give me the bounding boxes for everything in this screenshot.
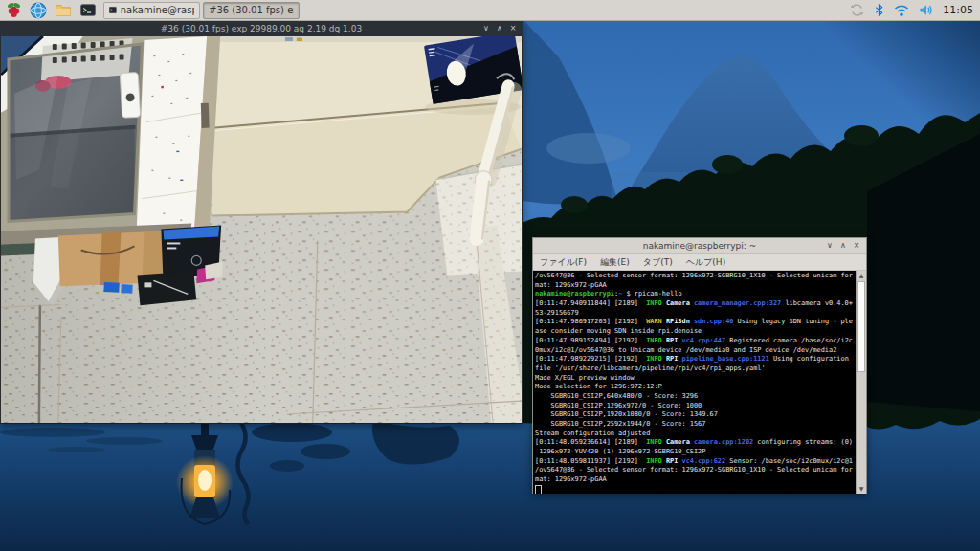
camera-window-titlebar[interactable]: #36 (30.01 fps) exp 29989.00 ag 2.19 dg … [0,21,523,36]
minimize-button[interactable]: ∨ [480,21,492,36]
terminal-body[interactable]: /ov5647@36 - Selected sensor format: 129… [533,271,866,494]
raspberry-icon [6,2,22,19]
menu-tabs[interactable]: タブ(T) [636,256,679,269]
terminal-titlebar[interactable]: nakamine@raspberrypi: ~ ∨ ∧ × [533,238,866,254]
camera-preview-window: #36 (30.01 fps) exp 29989.00 ag 2.19 dg … [0,21,523,424]
menu-button[interactable] [4,1,23,20]
terminal-line: [0:11:48.059811937] [2192] INFO RPI vc4.… [535,457,856,467]
browser-launcher[interactable] [29,1,48,20]
close-button[interactable]: × [507,21,519,36]
black-binder [137,271,196,305]
file-manager-launcher[interactable] [54,1,73,20]
terminal-line: [0:11:47.986917203] [2192] WARN RPiSdn s… [535,318,856,327]
menu-file[interactable]: ファイル(F) [533,256,593,269]
maximize-button[interactable]: ∧ [494,21,505,36]
volume-icon[interactable] [918,3,934,17]
terminal-window: nakamine@raspberrypi: ~ ∨ ∧ × ファイル(F) 編集… [532,237,867,494]
camera-window-title: #36 (30.01 fps) exp 29989.00 ag 2.19 dg … [0,24,523,33]
menu-edit[interactable]: 編集(E) [593,256,636,269]
minimize-button[interactable]: ∨ [824,238,835,253]
terminal-line: Stream configuration adjusted [535,430,856,439]
terminal-output[interactable]: /ov5647@36 - Selected sensor format: 129… [533,271,856,494]
taskbar: nakamine@raspberr... #36 (30.01 fps) exp… [0,0,980,21]
terminal-line [535,485,856,494]
terminal-line: 1296x972-YUV420 (1) 1296x972-SGBRG10_CSI… [535,448,856,457]
cabinet-latch [120,72,140,118]
terminal-line: file '/usr/share/libcamera/pipeline/rpi/… [535,364,856,374]
terminal-line: [0:11:47.989152494] [2192] INFO RPI vc4.… [535,337,856,346]
system-tray: 11:05 [850,3,976,17]
terminal-line: Made X/EGL preview window [535,374,856,384]
terminal-line: SGBRG10_CSI2P,1920x1080/0 - Score: 1349.… [535,410,856,420]
terminal-line: SGBRG10_CSI2P,1296x972/0 - Score: 1000 [535,402,856,411]
terminal-title: nakamine@raspberrypi: ~ [533,241,866,251]
terminal-line: mat: 1296x972-pGAA [535,281,856,291]
updates-icon[interactable] [850,3,864,17]
terminal-line: Mode selection for 1296:972:12:P [535,383,856,392]
camera-preview-image [0,36,523,424]
scrollbar-thumb[interactable] [858,281,865,372]
terminal-line: SGBRG10_CSI2P,640x480/0 - Score: 3296 [535,392,856,402]
terminal-line: 53-29156679 [535,309,856,319]
clock[interactable]: 11:05 [943,4,973,16]
folder-icon [55,2,72,18]
terminal-line: /ov5647@36 - Selected sensor format: 129… [535,466,856,475]
globe-icon [30,2,47,19]
terminal-scrollbar[interactable]: ▲ ▼ [856,271,866,494]
terminal-icon [79,2,97,18]
scroll-down-icon[interactable]: ▼ [857,484,866,494]
taskbar-window-label: nakamine@raspberr... [121,5,194,15]
terminal-line: 0mux/i2c@1/ov5647@36 to Unicam device /d… [535,346,856,356]
taskbar-window-label: #36 (30.01 fps) exp 29... [209,5,294,15]
cord-line [39,305,40,423]
taskbar-window-camera[interactable]: #36 (30.01 fps) exp 29... [203,2,300,19]
terminal-line: /ov5647@36 - Selected sensor format: 129… [535,272,856,281]
terminal-mini-icon [109,6,117,14]
blue-binder [103,282,119,293]
terminal-line: [0:11:47.940911844] [2189] INFO Camera c… [535,299,856,309]
terminal-menubar: ファイル(F) 編集(E) タブ(T) ヘルプ(H) [533,254,866,271]
bluetooth-icon[interactable] [873,3,885,17]
scroll-up-icon[interactable]: ▲ [857,271,866,280]
taskbar-window-terminal[interactable]: nakamine@raspberr... [103,2,200,19]
terminal-line: [0:11:48.059236614] [2189] INFO Camera c… [535,438,856,448]
terminal-line: nakamine@raspberrypi:~ $ rpicam-hello [535,290,856,299]
maximize-button[interactable]: ∧ [837,238,849,253]
close-button[interactable]: × [851,238,862,253]
menu-help[interactable]: ヘルプ(H) [679,256,732,269]
terminal-launcher[interactable] [78,1,98,20]
terminal-line: mat: 1296x972-pGAA [535,475,856,485]
glass-cabinet [1,36,220,255]
terminal-line: [0:11:47.989229215] [2192] INFO RPI pipe… [535,355,856,364]
terminal-line: ase consider moving SDN inside rpi.denoi… [535,327,856,337]
wifi-icon[interactable] [894,4,909,17]
terminal-line: SGBRG10_CSI2P,2592x1944/0 - Score: 1567 [535,420,856,430]
